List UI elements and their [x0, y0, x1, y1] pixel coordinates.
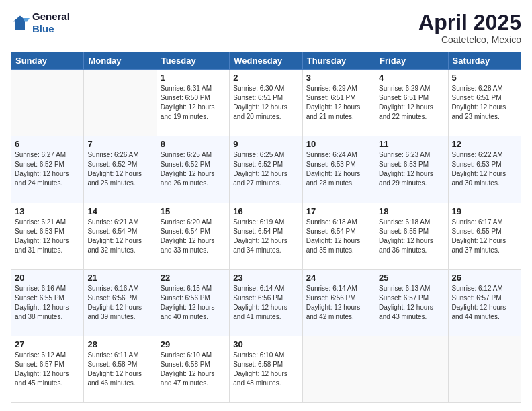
header-tuesday: Tuesday: [157, 52, 229, 70]
table-row: 25Sunrise: 6:13 AM Sunset: 6:57 PM Dayli…: [375, 269, 448, 336]
subtitle: Coatetelco, Mexico: [418, 34, 521, 45]
table-row: 3Sunrise: 6:29 AM Sunset: 6:51 PM Daylig…: [302, 70, 375, 136]
day-info: Sunrise: 6:30 AM Sunset: 6:51 PM Dayligh…: [233, 84, 298, 122]
calendar-week-row: 20Sunrise: 6:16 AM Sunset: 6:55 PM Dayli…: [11, 269, 521, 336]
day-info: Sunrise: 6:29 AM Sunset: 6:51 PM Dayligh…: [306, 84, 371, 122]
day-info: Sunrise: 6:25 AM Sunset: 6:52 PM Dayligh…: [161, 150, 226, 188]
day-info: Sunrise: 6:25 AM Sunset: 6:52 PM Dayligh…: [233, 150, 298, 188]
day-info: Sunrise: 6:13 AM Sunset: 6:57 PM Dayligh…: [379, 284, 444, 322]
table-row: 17Sunrise: 6:18 AM Sunset: 6:54 PM Dayli…: [302, 203, 375, 269]
day-number: 5: [452, 73, 517, 83]
table-row: 27Sunrise: 6:12 AM Sunset: 6:57 PM Dayli…: [11, 336, 84, 402]
day-number: 1: [161, 73, 226, 83]
table-row: [11, 70, 84, 136]
table-row: 30Sunrise: 6:10 AM Sunset: 6:58 PM Dayli…: [230, 336, 302, 402]
day-number: 3: [306, 73, 371, 83]
day-number: 23: [233, 273, 298, 283]
header: General Blue April 2025 Coatetelco, Mexi…: [11, 11, 521, 45]
day-info: Sunrise: 6:12 AM Sunset: 6:57 PM Dayligh…: [15, 351, 80, 388]
day-info: Sunrise: 6:27 AM Sunset: 6:52 PM Dayligh…: [15, 150, 80, 188]
table-row: 9Sunrise: 6:25 AM Sunset: 6:52 PM Daylig…: [230, 136, 302, 203]
calendar-week-row: 13Sunrise: 6:21 AM Sunset: 6:53 PM Dayli…: [11, 203, 521, 269]
table-row: 20Sunrise: 6:16 AM Sunset: 6:55 PM Dayli…: [11, 269, 84, 336]
day-info: Sunrise: 6:26 AM Sunset: 6:52 PM Dayligh…: [87, 150, 152, 188]
logo-icon: [11, 13, 30, 32]
day-number: 17: [306, 206, 371, 216]
table-row: 7Sunrise: 6:26 AM Sunset: 6:52 PM Daylig…: [84, 136, 157, 203]
day-number: 24: [306, 273, 371, 283]
day-info: Sunrise: 6:31 AM Sunset: 6:50 PM Dayligh…: [161, 84, 226, 122]
table-row: 18Sunrise: 6:18 AM Sunset: 6:55 PM Dayli…: [375, 203, 448, 269]
table-row: 28Sunrise: 6:11 AM Sunset: 6:58 PM Dayli…: [84, 336, 157, 402]
table-row: 26Sunrise: 6:12 AM Sunset: 6:57 PM Dayli…: [448, 269, 521, 336]
calendar-table: Sunday Monday Tuesday Wednesday Thursday…: [11, 52, 521, 403]
day-info: Sunrise: 6:10 AM Sunset: 6:58 PM Dayligh…: [161, 351, 226, 388]
header-saturday: Saturday: [448, 52, 521, 70]
header-sunday: Sunday: [11, 52, 84, 70]
svg-marker-1: [24, 18, 30, 21]
day-info: Sunrise: 6:18 AM Sunset: 6:54 PM Dayligh…: [306, 218, 371, 255]
table-row: 5Sunrise: 6:28 AM Sunset: 6:51 PM Daylig…: [448, 70, 521, 136]
day-info: Sunrise: 6:15 AM Sunset: 6:56 PM Dayligh…: [161, 284, 226, 322]
day-number: 9: [233, 139, 298, 149]
day-number: 14: [87, 206, 152, 216]
day-info: Sunrise: 6:28 AM Sunset: 6:51 PM Dayligh…: [452, 84, 517, 122]
table-row: 14Sunrise: 6:21 AM Sunset: 6:54 PM Dayli…: [84, 203, 157, 269]
table-row: 19Sunrise: 6:17 AM Sunset: 6:55 PM Dayli…: [448, 203, 521, 269]
day-number: 8: [161, 139, 226, 149]
day-info: Sunrise: 6:21 AM Sunset: 6:53 PM Dayligh…: [15, 218, 80, 255]
day-number: 10: [306, 139, 371, 149]
day-number: 4: [379, 73, 444, 83]
main-title: April 2025: [418, 11, 521, 34]
table-row: 10Sunrise: 6:24 AM Sunset: 6:53 PM Dayli…: [302, 136, 375, 203]
table-row: 2Sunrise: 6:30 AM Sunset: 6:51 PM Daylig…: [230, 70, 302, 136]
table-row: 22Sunrise: 6:15 AM Sunset: 6:56 PM Dayli…: [157, 269, 229, 336]
day-info: Sunrise: 6:29 AM Sunset: 6:51 PM Dayligh…: [379, 84, 444, 122]
day-number: 2: [233, 73, 298, 83]
table-row: 16Sunrise: 6:19 AM Sunset: 6:54 PM Dayli…: [230, 203, 302, 269]
day-info: Sunrise: 6:17 AM Sunset: 6:55 PM Dayligh…: [452, 218, 517, 255]
table-row: 24Sunrise: 6:14 AM Sunset: 6:56 PM Dayli…: [302, 269, 375, 336]
day-info: Sunrise: 6:14 AM Sunset: 6:56 PM Dayligh…: [306, 284, 371, 322]
day-number: 20: [15, 273, 80, 283]
day-number: 21: [87, 273, 152, 283]
header-friday: Friday: [375, 52, 448, 70]
calendar-week-row: 6Sunrise: 6:27 AM Sunset: 6:52 PM Daylig…: [11, 136, 521, 203]
calendar-header-row: Sunday Monday Tuesday Wednesday Thursday…: [11, 52, 521, 70]
table-row: [302, 336, 375, 402]
day-number: 7: [87, 139, 152, 149]
day-info: Sunrise: 6:16 AM Sunset: 6:55 PM Dayligh…: [15, 284, 80, 322]
table-row: 15Sunrise: 6:20 AM Sunset: 6:54 PM Dayli…: [157, 203, 229, 269]
table-row: 4Sunrise: 6:29 AM Sunset: 6:51 PM Daylig…: [375, 70, 448, 136]
day-number: 12: [452, 139, 517, 149]
day-number: 30: [233, 339, 298, 349]
day-info: Sunrise: 6:16 AM Sunset: 6:56 PM Dayligh…: [87, 284, 152, 322]
table-row: 13Sunrise: 6:21 AM Sunset: 6:53 PM Dayli…: [11, 203, 84, 269]
day-info: Sunrise: 6:20 AM Sunset: 6:54 PM Dayligh…: [161, 218, 226, 255]
day-number: 28: [87, 339, 152, 349]
day-info: Sunrise: 6:18 AM Sunset: 6:55 PM Dayligh…: [379, 218, 444, 255]
table-row: [448, 336, 521, 402]
header-thursday: Thursday: [302, 52, 375, 70]
day-info: Sunrise: 6:21 AM Sunset: 6:54 PM Dayligh…: [87, 218, 152, 255]
title-block: April 2025 Coatetelco, Mexico: [418, 11, 521, 45]
page: General Blue April 2025 Coatetelco, Mexi…: [0, 0, 532, 411]
day-number: 26: [452, 273, 517, 283]
table-row: [84, 70, 157, 136]
calendar-week-row: 27Sunrise: 6:12 AM Sunset: 6:57 PM Dayli…: [11, 336, 521, 402]
logo-text: General Blue: [32, 11, 70, 35]
day-info: Sunrise: 6:19 AM Sunset: 6:54 PM Dayligh…: [233, 218, 298, 255]
svg-marker-0: [13, 16, 28, 30]
table-row: 21Sunrise: 6:16 AM Sunset: 6:56 PM Dayli…: [84, 269, 157, 336]
day-info: Sunrise: 6:14 AM Sunset: 6:56 PM Dayligh…: [233, 284, 298, 322]
table-row: 1Sunrise: 6:31 AM Sunset: 6:50 PM Daylig…: [157, 70, 229, 136]
table-row: 23Sunrise: 6:14 AM Sunset: 6:56 PM Dayli…: [230, 269, 302, 336]
day-number: 29: [161, 339, 226, 349]
day-info: Sunrise: 6:22 AM Sunset: 6:53 PM Dayligh…: [452, 150, 517, 188]
day-number: 27: [15, 339, 80, 349]
day-number: 25: [379, 273, 444, 283]
table-row: 29Sunrise: 6:10 AM Sunset: 6:58 PM Dayli…: [157, 336, 229, 402]
day-number: 22: [161, 273, 226, 283]
calendar-week-row: 1Sunrise: 6:31 AM Sunset: 6:50 PM Daylig…: [11, 70, 521, 136]
table-row: 6Sunrise: 6:27 AM Sunset: 6:52 PM Daylig…: [11, 136, 84, 203]
